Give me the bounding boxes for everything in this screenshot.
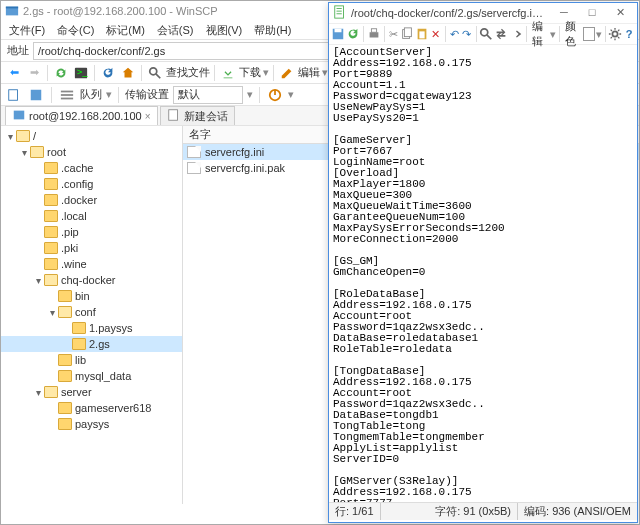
- tree-node[interactable]: 1.paysys: [1, 320, 182, 336]
- editor-statusbar: 行: 1/61 字符: 91 (0x5B) 编码: 936 (ANSI/OEM: [329, 502, 637, 520]
- session-tab-active[interactable]: root@192.168.200.100 ×: [5, 106, 158, 125]
- tree-node[interactable]: ▾conf: [1, 304, 182, 320]
- tree-label: .cache: [61, 162, 93, 174]
- tree-node[interactable]: ▾server: [1, 384, 182, 400]
- replace-icon[interactable]: [494, 26, 508, 43]
- tree-node[interactable]: .docker: [1, 192, 182, 208]
- expand-icon[interactable]: ▾: [33, 275, 44, 286]
- svg-text:>_: >_: [77, 66, 88, 77]
- folder-icon: [44, 242, 58, 254]
- folder-icon: [58, 370, 72, 382]
- tree-label: 1.paysys: [89, 322, 132, 334]
- folder-icon: [44, 226, 58, 238]
- tree-label: /: [33, 130, 36, 142]
- edit-icon[interactable]: [278, 64, 296, 82]
- folder-icon: [44, 210, 58, 222]
- svg-rect-12: [9, 89, 18, 100]
- tree-node[interactable]: .pki: [1, 240, 182, 256]
- download-icon[interactable]: [219, 64, 237, 82]
- tree-node[interactable]: mysql_data: [1, 368, 182, 384]
- tree-node[interactable]: ▾root: [1, 144, 182, 160]
- tree-node[interactable]: paysys: [1, 416, 182, 432]
- tree-label: mysql_data: [75, 370, 131, 382]
- transfer-label: 传输设置: [125, 87, 169, 102]
- editor-close-button[interactable]: ✕: [607, 5, 633, 21]
- menu-command[interactable]: 命令(C): [53, 22, 98, 39]
- edit-menu-label[interactable]: 编辑: [530, 19, 549, 49]
- reload-icon[interactable]: [346, 26, 360, 43]
- download-label[interactable]: 下载: [239, 65, 261, 80]
- editor-maximize-button[interactable]: □: [579, 5, 605, 21]
- tree-node[interactable]: bin: [1, 288, 182, 304]
- menu-file[interactable]: 文件(F): [5, 22, 49, 39]
- toggle-icon[interactable]: [266, 86, 284, 104]
- menu-session[interactable]: 会话(S): [153, 22, 198, 39]
- expand-icon[interactable]: ▾: [47, 307, 58, 318]
- find-icon[interactable]: [146, 64, 164, 82]
- delete-icon[interactable]: ✕: [430, 26, 442, 43]
- print-icon[interactable]: [367, 26, 381, 43]
- goto-icon[interactable]: [509, 26, 523, 43]
- tree-node[interactable]: .cache: [1, 160, 182, 176]
- new-session-icon[interactable]: [5, 86, 23, 104]
- expand-icon[interactable]: ▾: [19, 147, 30, 158]
- directory-tree[interactable]: ▾/ ▾root.cache.config.docker.local.pip.p…: [1, 126, 183, 504]
- back-button[interactable]: ⬅: [5, 64, 23, 82]
- color-picker[interactable]: [583, 27, 595, 41]
- sync-icon[interactable]: [52, 64, 70, 82]
- menu-help[interactable]: 帮助(H): [250, 22, 295, 39]
- tree-label: 2.gs: [89, 338, 110, 350]
- svg-point-32: [613, 31, 618, 36]
- new-session-tab[interactable]: 新建会话: [160, 106, 235, 125]
- tree-label: paysys: [75, 418, 109, 430]
- status-line: 行: 1/61: [329, 503, 381, 520]
- app-icon: [5, 4, 19, 18]
- folder-icon: [16, 130, 30, 142]
- editor-text[interactable]: [AccountServer] Address=192.168.0.175 Po…: [333, 47, 633, 502]
- find-icon[interactable]: [479, 26, 493, 43]
- tree-node[interactable]: .local: [1, 208, 182, 224]
- editor-content[interactable]: [AccountServer] Address=192.168.0.175 Po…: [329, 45, 637, 502]
- forward-button[interactable]: ➡: [25, 64, 43, 82]
- queue-label[interactable]: 队列: [80, 87, 102, 102]
- queue-list-icon[interactable]: [58, 86, 76, 104]
- tree-node[interactable]: .pip: [1, 224, 182, 240]
- home-icon[interactable]: [119, 64, 137, 82]
- tree-node[interactable]: gameserver618: [1, 400, 182, 416]
- terminal-icon[interactable]: >_: [72, 64, 90, 82]
- expand-icon[interactable]: ▾: [33, 387, 44, 398]
- settings-icon[interactable]: [608, 26, 622, 43]
- expand-icon[interactable]: ▾: [5, 131, 16, 142]
- edit-label[interactable]: 编辑: [298, 65, 320, 80]
- undo-icon[interactable]: ↶: [448, 26, 460, 43]
- svg-rect-27: [404, 28, 411, 37]
- editor-titlebar[interactable]: /root/chq-docker/conf/2.gs/servercfg.ini…: [329, 3, 637, 23]
- copy-icon[interactable]: [400, 26, 414, 43]
- paste-icon[interactable]: [415, 26, 429, 43]
- save-icon[interactable]: [331, 26, 345, 43]
- help-icon[interactable]: ?: [623, 26, 635, 43]
- transfer-preset-dropdown[interactable]: 默认: [173, 86, 243, 104]
- cut-icon[interactable]: ✂: [387, 26, 399, 43]
- svg-rect-18: [274, 89, 276, 94]
- address-label: 地址: [5, 43, 31, 58]
- save-session-icon[interactable]: [27, 86, 45, 104]
- tree-node[interactable]: ▾chq-docker: [1, 272, 182, 288]
- svg-line-31: [487, 35, 491, 39]
- close-tab-icon[interactable]: ×: [145, 111, 151, 122]
- menu-mark[interactable]: 标记(M): [102, 22, 149, 39]
- file-icon: [187, 162, 201, 174]
- tree-node[interactable]: ▾/: [1, 128, 182, 144]
- tree-node[interactable]: .wine: [1, 256, 182, 272]
- tree-node[interactable]: 2.gs: [1, 336, 182, 352]
- refresh-icon[interactable]: [99, 64, 117, 82]
- svg-rect-14: [61, 90, 73, 92]
- find-label[interactable]: 查找文件: [166, 65, 210, 80]
- tree-label: .wine: [61, 258, 87, 270]
- folder-icon: [44, 386, 58, 398]
- redo-icon[interactable]: ↷: [461, 26, 473, 43]
- svg-line-5: [156, 73, 160, 77]
- menu-view[interactable]: 视图(V): [202, 22, 247, 39]
- tree-node[interactable]: .config: [1, 176, 182, 192]
- tree-node[interactable]: lib: [1, 352, 182, 368]
